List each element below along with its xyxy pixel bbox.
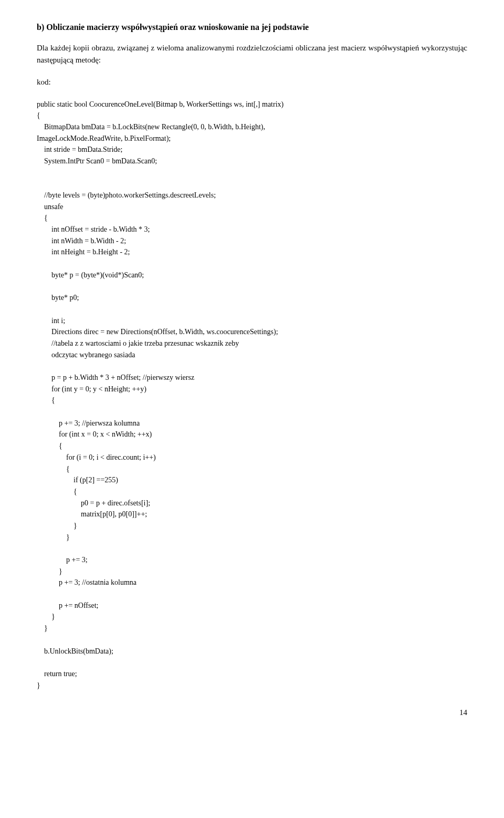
section-heading: b) Obliczanie macierzy współwystąpień or… xyxy=(37,21,467,34)
page-number: 14 xyxy=(37,707,467,719)
code-listing: public static bool CoocurenceOneLevel(Bi… xyxy=(37,99,467,691)
code-label: kod: xyxy=(37,76,467,88)
intro-paragraph: Dla każdej kopii obrazu, związanej z wie… xyxy=(37,42,467,66)
